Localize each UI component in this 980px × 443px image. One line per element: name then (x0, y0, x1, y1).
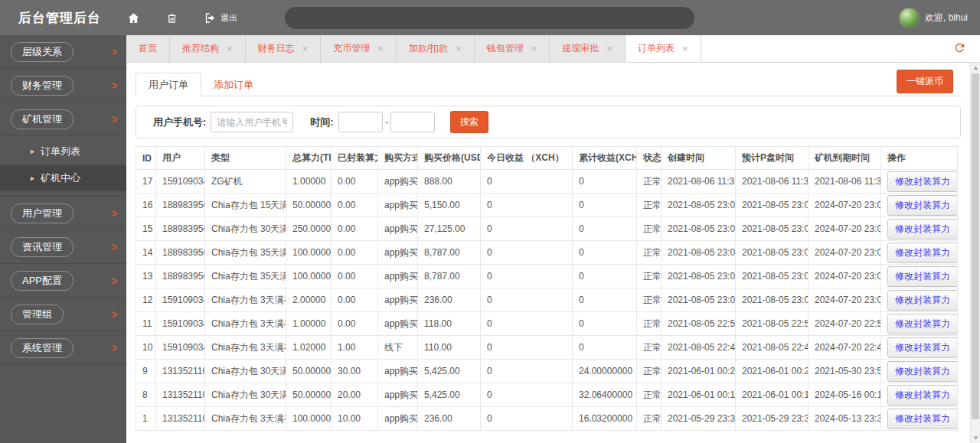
tab-user-orders[interactable]: 用户订单 (136, 73, 201, 96)
table-cell: app购买 (378, 170, 418, 194)
scroll-down-icon[interactable]: ▼ (971, 433, 980, 443)
table-cell: 5,425.00 (418, 383, 481, 407)
table-row: 1318898395608Chia存力包 35天满存交付100.000000.0… (136, 265, 958, 288)
phone-input[interactable] (211, 112, 293, 132)
logout-label: 退出 (220, 12, 237, 24)
tab[interactable]: 加款/扣款 × (397, 35, 475, 62)
table-cell: 1 (136, 407, 156, 431)
table-cell: 2024-07-20 23:02:08 (808, 288, 881, 312)
top-header: 后台管理后台 退出 欢迎, bihui (0, 0, 980, 35)
subtab-row: 用户订单 添加订单 一键派币 (136, 72, 961, 96)
table-cell: 20.00 (332, 383, 378, 407)
trash-icon[interactable] (166, 11, 178, 24)
close-icon[interactable]: × (227, 44, 233, 54)
table-cell: 2021-08-05 23:03:39 (662, 194, 736, 217)
table-cell: 0 (481, 336, 573, 360)
table-cell: 16 (136, 194, 156, 217)
tab[interactable]: 充币管理 × (321, 35, 397, 62)
tab[interactable]: 提现审批 × (550, 35, 626, 62)
sidebar-item[interactable]: 用户管理 > (0, 197, 126, 230)
tab[interactable]: 订单列表 × (626, 35, 701, 62)
modify-sealed-power-button[interactable]: 修改封装算力 (887, 337, 958, 358)
table-cell: 0 (481, 288, 573, 312)
table-row: 813135211000Chia存力包 30天满存交付50.0000020.00… (136, 383, 958, 407)
table-cell: 2021-08-06 11:32:56 (662, 170, 736, 194)
table-cell: 1.02000 (286, 336, 332, 360)
table-cell: Chia存力包 30天满存交付 (205, 360, 286, 383)
table-cell: 2024-05-13 23:35:47 (808, 407, 881, 431)
table-cell: 250.00000 (286, 217, 332, 241)
table-cell-actions: 修改封装算力 (881, 288, 958, 312)
logout-button[interactable]: 退出 (204, 11, 237, 24)
table-cell: ZG矿机 (205, 170, 286, 194)
tab-add-order[interactable]: 添加订单 (201, 73, 266, 96)
tab-bar: 首页 推荐结构 × 财务日志 × 充币管理 × 加款/扣款 × 钱包管理 × 提… (126, 35, 980, 63)
table-cell: 10.00 (332, 407, 378, 431)
tab[interactable]: 钱包管理 × (475, 35, 550, 62)
sidebar-item[interactable]: 系统管理 > (0, 331, 126, 365)
sidebar-subitem[interactable]: ▸ 矿机中心 (0, 164, 126, 191)
table-cell: 2021-08-05 22:59:35 (736, 312, 808, 336)
modify-sealed-power-button[interactable]: 修改封装算力 (887, 409, 958, 429)
close-icon[interactable]: × (606, 44, 612, 54)
scrollbar-thumb[interactable] (972, 73, 979, 419)
sidebar-item[interactable]: 资讯管理 > (0, 230, 126, 264)
sidebar-item[interactable]: 层级关系 > (0, 35, 126, 69)
table-row: 1418898395608Chia存力包 35天满存交付100.000000.0… (136, 241, 958, 265)
table-cell-actions: 修改封装算力 (881, 312, 958, 336)
table-cell: 0.00 (332, 288, 378, 312)
table-cell: 2024-07-20 23:02:36 (808, 241, 881, 265)
table-cell: Chia存力包 3天满存交付 (205, 312, 286, 336)
search-button[interactable]: 搜索 (450, 111, 488, 133)
modify-sealed-power-button[interactable]: 修改封装算力 (887, 171, 958, 192)
table-cell: 8,787.00 (418, 241, 481, 265)
dispatch-coins-button[interactable]: 一键派币 (897, 70, 953, 93)
time-end-input[interactable] (390, 112, 435, 132)
table-cell: 0 (481, 241, 573, 265)
table-cell: 32.06400000 (573, 383, 637, 407)
modify-sealed-power-button[interactable]: 修改封装算力 (887, 266, 958, 287)
modify-sealed-power-button[interactable]: 修改封装算力 (887, 243, 958, 263)
modify-sealed-power-button[interactable]: 修改封装算力 (887, 219, 958, 239)
tab[interactable]: 推荐结构 × (170, 35, 246, 62)
chevron-right-icon: > (112, 308, 117, 321)
modify-sealed-power-button[interactable]: 修改封装算力 (887, 361, 958, 382)
modify-sealed-power-button[interactable]: 修改封装算力 (887, 385, 958, 406)
table-cell: 100.00000 (286, 241, 332, 265)
modify-sealed-power-button[interactable]: 修改封装算力 (887, 195, 958, 216)
close-icon[interactable]: × (377, 44, 384, 54)
modify-sealed-power-button[interactable]: 修改封装算力 (887, 290, 958, 311)
time-start-input[interactable] (338, 112, 383, 132)
user-avatar[interactable] (899, 8, 920, 28)
close-icon[interactable]: × (456, 44, 462, 54)
sidebar-item[interactable]: 财务管理 > (0, 69, 126, 103)
close-icon[interactable]: × (302, 44, 309, 54)
header-search-pill[interactable] (285, 7, 694, 29)
table-cell: 13135211000 (156, 360, 205, 383)
table-cell: 0 (481, 383, 573, 407)
chevron-right-icon: > (112, 274, 117, 287)
triangle-right-icon: ▸ (31, 147, 34, 155)
table-cell: 2021-06-01 00:18:35 (662, 383, 736, 407)
vertical-scrollbar[interactable]: ▲ ▼ (970, 63, 980, 443)
scroll-up-icon[interactable]: ▲ (971, 63, 980, 73)
refresh-icon[interactable] (953, 41, 966, 57)
home-icon[interactable] (127, 11, 140, 24)
close-icon[interactable]: × (531, 44, 537, 54)
table-cell: 0 (573, 170, 637, 194)
table-cell: 10 (136, 336, 156, 360)
table-cell: 2021-06-01 00:21:08 (662, 360, 736, 383)
table-cell: 2021-08-05 23:02:08 (662, 288, 736, 312)
sidebar-subitem[interactable]: ▸ 订单列表 (0, 138, 126, 164)
modify-sealed-power-button[interactable]: 修改封装算力 (887, 314, 958, 334)
table-cell: 2021-08-06 11:32:56 (808, 170, 881, 194)
table-cell: 0 (481, 217, 573, 241)
sidebar-item[interactable]: 矿机管理 > (0, 103, 126, 136)
table-cell: 0.00 (332, 241, 378, 265)
tab[interactable]: 财务日志 × (246, 35, 322, 62)
sidebar-item[interactable]: 管理组 > (0, 298, 126, 331)
tab[interactable]: 首页 (126, 35, 170, 62)
sidebar-item[interactable]: APP配置 > (0, 264, 126, 298)
close-icon[interactable]: × (682, 44, 688, 54)
table-cell: 2021-06-01 00:21:08 (736, 360, 808, 383)
